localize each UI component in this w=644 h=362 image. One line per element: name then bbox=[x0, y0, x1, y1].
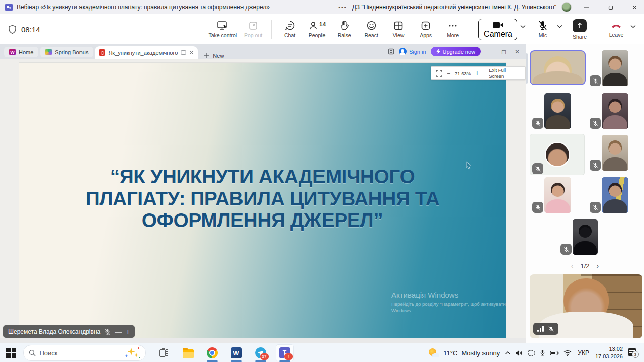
react-button[interactable]: React bbox=[360, 20, 382, 38]
chat-button[interactable]: Chat bbox=[279, 20, 301, 38]
browser-maximize-icon[interactable]: ◻ bbox=[499, 48, 508, 55]
battery-icon[interactable] bbox=[550, 350, 559, 356]
sidebar-scrollbar[interactable] bbox=[526, 53, 528, 84]
presentation-area: “ЯК УНИКНУТИ АКАДЕМІЧНОГО ПЛАГІАТУ: ПРАВ… bbox=[0, 59, 526, 338]
signal-bars-icon bbox=[537, 326, 544, 332]
teams-app-icon bbox=[5, 4, 13, 11]
tab-presentation[interactable]: Як_уникнути_академічного bbox=[95, 46, 198, 59]
titlebar-more-icon[interactable]: ••• bbox=[338, 4, 347, 10]
apps-button[interactable]: Apps bbox=[415, 21, 437, 38]
mic-muted-badge bbox=[532, 163, 543, 174]
participants-pager: ‹ 1/2 › bbox=[526, 262, 644, 270]
presenter-mic-muted-icon bbox=[104, 328, 111, 335]
participant-video[interactable] bbox=[544, 177, 571, 213]
chrome-button[interactable] bbox=[203, 344, 221, 361]
clock[interactable]: 13:02 17.03.2026 bbox=[595, 345, 623, 360]
task-view-icon bbox=[159, 348, 169, 358]
bolt-icon bbox=[436, 49, 440, 54]
presenter-name: Шеремета Влада Олександрівна bbox=[8, 328, 100, 335]
participant-video[interactable] bbox=[602, 50, 628, 86]
task-view-button[interactable] bbox=[155, 344, 173, 361]
mic-muted-badge bbox=[560, 244, 572, 255]
fit-screen-icon[interactable] bbox=[436, 70, 442, 77]
camera-button[interactable]: Camera bbox=[478, 19, 517, 40]
participant-video[interactable] bbox=[602, 135, 628, 171]
participant-avatar bbox=[545, 142, 570, 167]
start-button[interactable] bbox=[6, 348, 16, 358]
pager-prev-icon[interactable]: ‹ bbox=[571, 262, 574, 270]
teams-button[interactable]: T ! bbox=[276, 344, 294, 361]
view-button[interactable]: View bbox=[387, 21, 410, 38]
word-button[interactable]: W bbox=[227, 344, 246, 361]
meeting-timer: 08:14 bbox=[21, 25, 40, 34]
sign-in-button[interactable]: Sign in bbox=[399, 48, 426, 55]
pdf-file-icon bbox=[99, 49, 105, 56]
file-explorer-button[interactable] bbox=[179, 344, 197, 361]
notification-count-badge: 3 bbox=[632, 351, 639, 358]
people-icon bbox=[308, 21, 318, 31]
wifi-icon[interactable] bbox=[564, 350, 572, 356]
camera-options-chevron[interactable] bbox=[520, 25, 526, 34]
participant-video[interactable] bbox=[544, 93, 571, 129]
mouse-cursor bbox=[465, 161, 473, 170]
take-control-icon bbox=[217, 21, 229, 31]
participant-video-large[interactable] bbox=[530, 274, 642, 338]
people-button[interactable]: 14 People bbox=[306, 21, 328, 38]
participant-video[interactable] bbox=[573, 219, 598, 255]
pager-next-icon[interactable]: › bbox=[597, 262, 599, 270]
notification-center-button[interactable]: 3 bbox=[628, 348, 639, 358]
leave-options-chevron[interactable] bbox=[630, 25, 636, 34]
presenter-name-pill[interactable]: Шеремета Влада Олександрівна — + bbox=[3, 325, 135, 338]
spring-bonus-icon bbox=[45, 49, 52, 55]
participant-video[interactable] bbox=[602, 93, 628, 129]
upgrade-now-button[interactable]: Upgrade now bbox=[431, 47, 481, 56]
new-tab-button[interactable]: New bbox=[203, 53, 224, 59]
minimize-button[interactable] bbox=[577, 1, 596, 14]
camera-icon bbox=[492, 21, 504, 29]
telegram-button[interactable]: 57 bbox=[252, 344, 270, 361]
pin-add-icon[interactable]: + bbox=[126, 328, 130, 336]
tab-close-icon[interactable] bbox=[189, 50, 194, 55]
language-indicator[interactable]: УКР bbox=[578, 349, 589, 356]
weather-widget[interactable]: 11°C Mostly sunny bbox=[428, 348, 500, 358]
pin-remove-icon[interactable]: — bbox=[115, 328, 122, 336]
mic-options-chevron[interactable] bbox=[557, 25, 562, 34]
search-placeholder: Поиск bbox=[40, 349, 58, 357]
volume-icon[interactable] bbox=[515, 350, 523, 356]
time: 13:02 bbox=[595, 345, 623, 353]
taskbar-search[interactable]: Поиск bbox=[23, 345, 146, 361]
participant-video-active-speaker[interactable] bbox=[530, 50, 586, 85]
exit-full-screen-button[interactable]: Exit Full Screen bbox=[489, 67, 521, 79]
windows-activation-watermark: Активація Windows Перейдіть до розділу "… bbox=[391, 291, 506, 314]
more-button[interactable]: More bbox=[442, 21, 464, 38]
profile-icon bbox=[399, 48, 407, 55]
tab-home[interactable]: W Home bbox=[4, 47, 38, 57]
share-button[interactable]: Share bbox=[569, 19, 591, 40]
people-count: 14 bbox=[319, 21, 326, 27]
zoom-in-button[interactable]: + bbox=[475, 69, 479, 77]
user-avatar[interactable] bbox=[561, 2, 572, 12]
zoom-out-button[interactable]: − bbox=[447, 69, 450, 77]
mic-muted-icon bbox=[548, 326, 554, 332]
close-button[interactable] bbox=[625, 1, 644, 14]
tab-spring-bonus[interactable]: Spring Bonus bbox=[40, 47, 93, 57]
tab-media-icon bbox=[181, 50, 186, 55]
view-icon bbox=[393, 21, 404, 31]
take-control-button[interactable]: Take control bbox=[208, 21, 237, 38]
meeting-title: Вебінар «Як уникнути академічного плагіа… bbox=[17, 4, 270, 11]
cast-screen-icon[interactable] bbox=[527, 350, 535, 356]
browser-close-icon[interactable]: ✕ bbox=[513, 48, 522, 55]
maximize-button[interactable] bbox=[601, 1, 620, 14]
participant-video[interactable] bbox=[602, 177, 628, 213]
folder-icon bbox=[183, 349, 194, 358]
tray-mic-icon[interactable] bbox=[540, 349, 545, 356]
hidden-icons-chevron[interactable] bbox=[505, 351, 511, 355]
mic-muted-badge bbox=[590, 202, 601, 213]
shield-icon bbox=[8, 25, 17, 34]
browser-minimize-icon[interactable]: – bbox=[486, 48, 495, 55]
restore-windows-icon[interactable] bbox=[388, 48, 394, 55]
mic-button[interactable]: Mic bbox=[532, 20, 554, 38]
leave-button[interactable]: Leave bbox=[605, 21, 627, 38]
weather-desc: Mostly sunny bbox=[461, 349, 500, 357]
raise-hand-button[interactable]: Raise bbox=[333, 20, 355, 38]
